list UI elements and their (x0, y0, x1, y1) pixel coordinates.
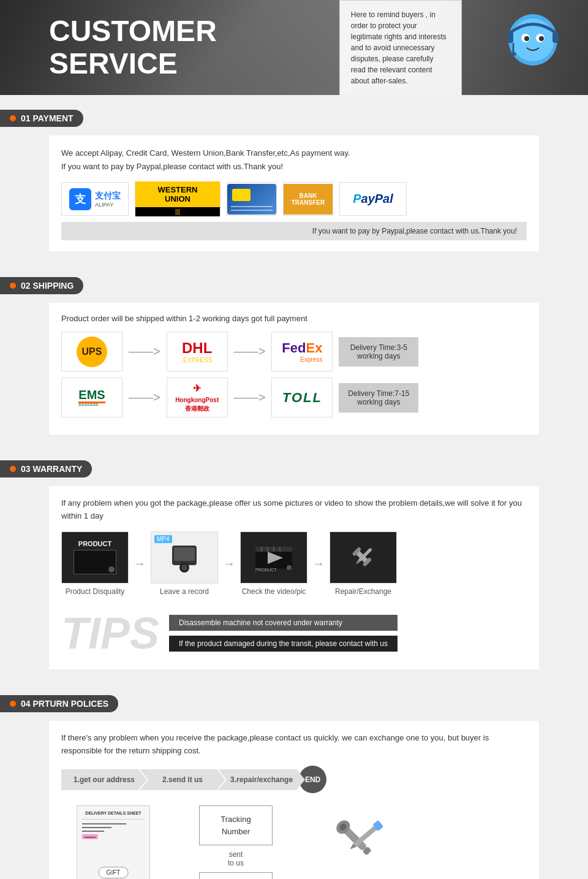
warranty-flow: PRODUCT Product Disquality → MP4 (61, 531, 527, 596)
ups-box: UPS (61, 332, 123, 371)
paypal-text: PayPal (353, 192, 393, 206)
svg-point-13 (181, 565, 187, 571)
carrier-row-1: UPS ——> DHL EXPRESS ——> FedEx Express (61, 332, 527, 371)
alipay-icon: 支 (69, 188, 91, 210)
hkpost-box: ✈ HongkongPost香港郵政 (167, 378, 228, 417)
tips-items: Disassemble machine not covered under wa… (169, 615, 398, 652)
flow-step-4: Repair/Exchange (330, 531, 397, 596)
ups-logo: UPS (77, 337, 107, 367)
mp4-badge: MP4 (154, 535, 172, 543)
flow-step-1: PRODUCT Product Disquality (61, 531, 129, 596)
arrow-1: ——> (129, 344, 160, 359)
arrow-3: ——> (129, 390, 160, 405)
return-item-2: Tracking Number sentto us th seller Pls … (184, 805, 288, 879)
notice-text: Here to remind buyers , in order to prot… (351, 10, 447, 85)
header-banner: CUSTOMERSERVICE Here to remind buyers , … (0, 0, 588, 95)
repair-icon (325, 805, 392, 879)
ems-text: EMS (78, 388, 105, 403)
flow-arrow-3: → (312, 557, 325, 571)
delivery-sheet: DELIVERY DETAILS SHEET ▬▬▬▬▬▬▬▬▬▬▬▬ ▬▬▬▬… (77, 805, 150, 879)
paypal-note: If you want to pay by Paypal,please cont… (61, 222, 527, 240)
flow-arrow-2: → (223, 557, 235, 571)
tracking-number-box: Tracking Number (199, 805, 273, 845)
svg-rect-11 (174, 547, 195, 561)
fedex-box: FedEx Express (271, 332, 333, 371)
flow-step-2: MP4 Leave a record (151, 531, 218, 596)
svg-point-22 (287, 565, 292, 570)
svg-point-9 (510, 52, 516, 56)
shipping-section: 02 SHIPPING Product order will be shippe… (0, 266, 588, 446)
carrier-row-2: EMS ≡≡≡≡≡≡≡ ——> ✈ HongkongPost香港郵政 ——> T… (61, 378, 527, 417)
mp4-box: MP4 (151, 531, 218, 584)
return-item-3: We receive the items, will repair or exc… (306, 805, 410, 879)
payment-content: We accept Alipay, Credit Card, Western U… (49, 135, 539, 251)
tip-2: If the product damaged during the transi… (169, 636, 398, 652)
toll-box: TOLL (271, 378, 333, 417)
bank-transfer-text: BANKTRANSFER (284, 184, 333, 215)
paypal-logo: PayPal (339, 182, 407, 216)
product-disquality-label: Product Disquality (66, 587, 125, 596)
shipping-description: Product order will be shipped within 1-2… (61, 314, 527, 323)
svg-point-5 (539, 36, 544, 41)
fedex-express-text: Express (282, 356, 322, 363)
product-disquality-box: PRODUCT (61, 531, 129, 584)
svg-point-4 (524, 36, 529, 41)
gift-button: GIFT (99, 867, 129, 878)
tracking-th-box: th seller (199, 872, 273, 879)
toll-text: TOLL (282, 390, 322, 406)
return-flow: 1.get our address 2.send it us 3.repair/… (61, 766, 527, 793)
return-item-1: DELIVERY DETAILS SHEET ▬▬▬▬▬▬▬▬▬▬▬▬ ▬▬▬▬… (61, 805, 165, 879)
bank-transfer-logo: BANKTRANSFER (283, 182, 333, 216)
tip-1: Disassemble machine not covered under wa… (169, 615, 398, 631)
dhl-text: DHL (182, 340, 212, 356)
flow-arrow-1: → (134, 557, 146, 571)
warranty-label: 03 WARRANTY (0, 460, 92, 478)
return-description: If there's any problem when you receive … (61, 732, 527, 758)
payment-description: We accept Alipay, Credit Card, Western U… (61, 146, 527, 173)
page-title: CUSTOMERSERVICE (49, 15, 217, 80)
warranty-content: If any problem when you got the package,… (49, 486, 539, 669)
return-step-3: 3.repair/exchange (218, 769, 305, 790)
return-content: If there's any problem when you receive … (49, 721, 539, 879)
delivery-sheet-lines: ▬▬▬▬▬▬▬▬▬▬▬▬ ▬▬▬▬▬▬▬▬ ▬▬▬▬▬▬ ▬▬▬ (82, 821, 145, 839)
fedex-text: FedEx (282, 340, 322, 356)
svg-text:PRODUCT: PRODUCT (255, 568, 277, 572)
payment-section: 01 PAYMENT We accept Alipay, Credit Card… (0, 99, 588, 262)
repair-box (330, 531, 397, 584)
video-box: PRODUCT (240, 531, 307, 584)
header-notice: Here to remind buyers , in order to prot… (339, 0, 462, 95)
return-label: 04 PRTURN POLICES (0, 695, 118, 712)
return-section: 04 PRTURN POLICES If there's any problem… (0, 684, 588, 879)
arrow-4: ——> (234, 390, 266, 405)
dhl-express-text: EXPRESS (182, 357, 212, 363)
product-label: PRODUCT (78, 540, 111, 547)
tips-section: TIPS Disassemble machine not covered und… (61, 608, 527, 658)
wu-text: WESTERNUNION (135, 181, 220, 207)
return-step-2: 2.send it us (140, 769, 225, 790)
tracking-sent-text: sentto us (228, 850, 244, 867)
hkpost-text: ✈ HongkongPost香港郵政 (175, 382, 219, 413)
payment-label: 01 PAYMENT (0, 110, 83, 127)
alipay-logo: 支 支付宝 ALIPAY (61, 182, 129, 216)
mascot-icon (496, 6, 570, 86)
return-process: DELIVERY DETAILS SHEET ▬▬▬▬▬▬▬▬▬▬▬▬ ▬▬▬▬… (61, 805, 527, 879)
credit-card-icon (227, 184, 276, 215)
delivery-sheet-title: DELIVERY DETAILS SHEET (82, 811, 145, 815)
leave-record-label: Leave a record (160, 587, 209, 596)
western-union-logo: WESTERNUNION ||| (135, 182, 221, 216)
arrow-2: ——> (234, 344, 266, 359)
repair-exchange-label: Repair/Exchange (335, 587, 391, 596)
credit-card-logo (227, 182, 277, 216)
shipping-label: 02 SHIPPING (0, 277, 83, 294)
return-step-1: 1.get our address (61, 769, 147, 790)
shipping-content: Product order will be shipped within 1-2… (49, 303, 539, 435)
ems-box: EMS ≡≡≡≡≡≡≡ (61, 378, 123, 417)
warranty-description: If any problem when you got the package,… (61, 497, 527, 523)
tips-title: TIPS (61, 608, 159, 658)
warranty-section: 03 WARRANTY If any problem when you got … (0, 449, 588, 680)
delivery-time-1: Delivery Time:3-5working days (339, 337, 418, 367)
flow-step-3: PRODUCT Check the video/pic (240, 531, 307, 596)
delivery-time-2: Delivery Time:7-15working days (339, 383, 418, 413)
check-video-label: Check the video/pic (242, 587, 306, 596)
dhl-box: DHL EXPRESS (167, 332, 228, 371)
